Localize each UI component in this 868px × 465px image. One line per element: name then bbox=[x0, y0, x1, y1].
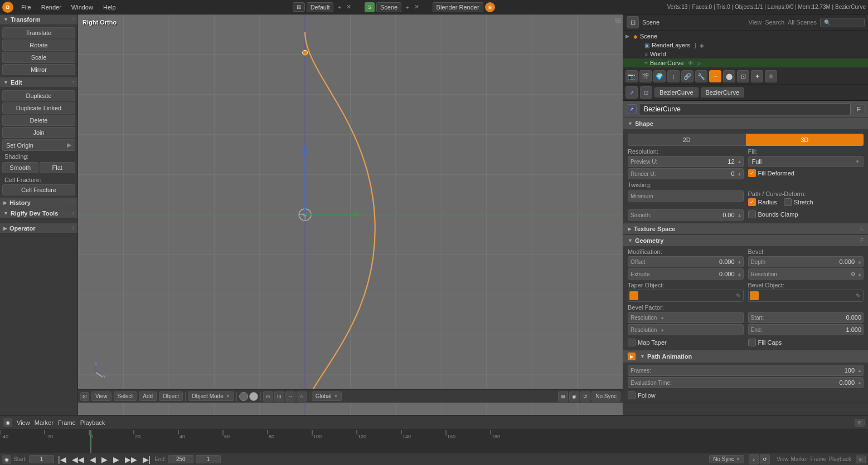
current-frame-input[interactable] bbox=[196, 455, 221, 463]
stretch-check[interactable] bbox=[784, 198, 792, 206]
search-input[interactable]: 🔍 bbox=[820, 18, 865, 27]
rpanel-object-icon[interactable]: ↕ bbox=[667, 70, 680, 82]
depth-field[interactable]: Depth 0.000 ▲ bbox=[748, 256, 864, 267]
jump-start-btn[interactable]: |◀ bbox=[56, 455, 68, 464]
render-layers-btn[interactable]: ◈ bbox=[700, 42, 704, 48]
next-frame-btn[interactable]: ▶ bbox=[111, 455, 121, 464]
viewport-pivot-icon[interactable]: ⊙ bbox=[263, 391, 273, 402]
tree-render-layers[interactable]: ▣ RenderLayers | ◈ bbox=[623, 41, 868, 50]
rpanel-scene-icon[interactable]: 🎬 bbox=[639, 70, 652, 82]
viewport-add-btn[interactable]: Add bbox=[139, 391, 157, 401]
prev-frame-btn[interactable]: ◀ bbox=[88, 455, 98, 464]
tl-playback-label[interactable]: Playback bbox=[828, 456, 851, 462]
offset-field[interactable]: Offset 0.000 ▲ bbox=[628, 256, 744, 267]
set-origin-button[interactable]: Set Origin ▶ bbox=[2, 139, 75, 151]
props-fake-user-btn[interactable]: F bbox=[853, 104, 865, 114]
tl-frame-label[interactable]: Frame bbox=[811, 456, 827, 462]
smooth-button[interactable]: Smooth bbox=[2, 162, 38, 173]
global-select[interactable]: Global ▼ bbox=[312, 391, 342, 401]
no-sync-btn[interactable]: No Sync bbox=[591, 391, 620, 402]
bezier-vis-icon[interactable]: 👁 bbox=[688, 60, 694, 66]
cell-fracture-button[interactable]: Cell Fracture bbox=[2, 184, 75, 195]
rpanel-render-icon[interactable]: 📷 bbox=[625, 70, 638, 82]
timeline-corner-btn[interactable]: ⊞ bbox=[855, 419, 865, 427]
taper-edit-btn[interactable]: ✎ bbox=[734, 292, 743, 300]
section-history-header[interactable]: ▶ History :: bbox=[0, 198, 77, 208]
mirror-button[interactable]: Mirror bbox=[2, 64, 75, 75]
rpanel-physics-icon[interactable]: ⚛ bbox=[765, 70, 777, 82]
start-frame-input[interactable] bbox=[29, 455, 54, 463]
shading-solid-icon[interactable] bbox=[239, 392, 248, 401]
shape-section-header[interactable]: ▼ Shape bbox=[623, 118, 868, 129]
jump-end-btn[interactable]: ▶| bbox=[141, 455, 153, 464]
rpanel-particles-icon[interactable]: ✦ bbox=[751, 70, 763, 82]
timeline-type-icon[interactable]: ◉ bbox=[3, 418, 12, 427]
viewport-overlay-icon[interactable]: ⊠ bbox=[558, 391, 568, 402]
no-sync-select[interactable]: No Sync ▼ bbox=[709, 455, 744, 463]
render-u-up[interactable]: ▲ bbox=[736, 172, 743, 177]
jump-next-btn[interactable]: ▶▶ bbox=[123, 455, 139, 464]
viewport-transform-icon[interactable]: ↔ bbox=[285, 391, 295, 402]
props-link-icon[interactable]: ↗ bbox=[627, 104, 637, 114]
sync-icon[interactable]: ↺ bbox=[760, 454, 770, 464]
timeline-view-btn[interactable]: View bbox=[17, 419, 30, 426]
flat-button[interactable]: Flat bbox=[40, 162, 76, 173]
extrude-up[interactable]: ▲ bbox=[736, 272, 743, 277]
timeline-ruler[interactable]: -40 -20 0 20 40 60 80 100 120 140 160 18… bbox=[0, 430, 868, 453]
tree-world[interactable]: ○ World bbox=[623, 50, 868, 58]
audio-icon[interactable]: ♪ bbox=[749, 454, 759, 464]
bounds-clamp-check[interactable] bbox=[748, 211, 756, 218]
taper-object-field[interactable]: ✎ bbox=[628, 290, 744, 302]
rpanel-modifier-icon[interactable]: 🔧 bbox=[695, 70, 707, 82]
fill-value[interactable]: Full ▼ bbox=[748, 156, 864, 167]
offset-up[interactable]: ▲ bbox=[736, 260, 743, 265]
rpanel-obj-name2[interactable]: BezierCurve bbox=[701, 87, 745, 97]
depth-up[interactable]: ▲ bbox=[856, 260, 863, 265]
tl-view-label[interactable]: View bbox=[777, 456, 789, 462]
viewport-sync-icon[interactable]: ↺ bbox=[580, 391, 590, 402]
viewport-proportional-icon[interactable]: ○ bbox=[297, 391, 307, 402]
preview-u-up[interactable]: ▲ bbox=[736, 159, 743, 164]
rpanel-material-icon[interactable]: ⬤ bbox=[723, 70, 735, 82]
rotate-button[interactable]: Rotate bbox=[2, 40, 75, 51]
duplicate-linked-button[interactable]: Duplicate Linked bbox=[2, 102, 75, 114]
fill-deformed-check[interactable]: ✓ bbox=[748, 169, 756, 177]
viewport-view-btn[interactable]: View bbox=[91, 391, 111, 401]
object-mode-select[interactable]: Object Mode ▼ bbox=[188, 391, 234, 401]
eval-time-field[interactable]: Evaluation Time: 0.000 ▲ bbox=[628, 377, 864, 388]
geometry-section-header[interactable]: ▼ Geometry F bbox=[623, 235, 868, 246]
editor-type-grid[interactable]: ⊞ bbox=[293, 2, 305, 12]
menu-file[interactable]: File bbox=[17, 3, 36, 12]
tl-marker-label[interactable]: Marker bbox=[791, 456, 808, 462]
bevel-object-field[interactable]: ✎ bbox=[748, 290, 864, 302]
tree-scene[interactable]: ▶ ◆ Scene bbox=[623, 32, 868, 41]
jump-prev-btn[interactable]: ◀◀ bbox=[70, 455, 86, 464]
viewport-snap-icon[interactable]: ⊡ bbox=[274, 391, 284, 402]
shape-2d-btn[interactable]: 2D bbox=[628, 134, 746, 146]
rpanel-world-icon[interactable]: 🌍 bbox=[653, 70, 666, 82]
viewport-object-btn[interactable]: Object bbox=[159, 391, 183, 401]
menu-window[interactable]: Window bbox=[67, 3, 98, 12]
tl-corner-btn[interactable]: ⊞ bbox=[856, 456, 866, 463]
render-u-field[interactable]: Render U: 0 ▲ bbox=[628, 168, 744, 179]
duplicate-button[interactable]: Duplicate bbox=[2, 90, 75, 101]
bevel-res-field[interactable]: Resolution 0 ▲ bbox=[748, 268, 864, 280]
scene-tree-view-btn[interactable]: ⊡ bbox=[627, 16, 639, 28]
translate-button[interactable]: Translate bbox=[2, 27, 75, 38]
frames-up[interactable]: ▲ bbox=[856, 368, 863, 373]
end-frame-input[interactable] bbox=[168, 455, 193, 463]
timeline-marker-btn[interactable]: Marker bbox=[35, 419, 54, 426]
props-name-field[interactable]: BezierCurve bbox=[639, 103, 851, 115]
fill-caps-check[interactable] bbox=[748, 339, 756, 346]
scale-button[interactable]: Scale bbox=[2, 52, 75, 63]
preview-u-field[interactable]: Preview U: 12 ▲ bbox=[628, 156, 744, 167]
rpanel-obj-name1[interactable]: BezierCurve bbox=[654, 87, 699, 97]
editor-type-select[interactable]: Default bbox=[307, 2, 334, 12]
viewport[interactable]: Right Ortho bbox=[78, 14, 623, 415]
tree-bezier-curve[interactable]: ~ BezierCurve 👁 ▷ bbox=[623, 58, 868, 67]
editor-type-icon[interactable]: ⊡ bbox=[80, 392, 89, 401]
play-btn[interactable]: ▶ bbox=[100, 455, 109, 464]
renderer-select[interactable]: Blender Render bbox=[433, 2, 483, 12]
frames-field[interactable]: Frames: 100 ▲ bbox=[628, 365, 864, 376]
rpanel-data-icon[interactable]: ~ bbox=[709, 70, 721, 82]
